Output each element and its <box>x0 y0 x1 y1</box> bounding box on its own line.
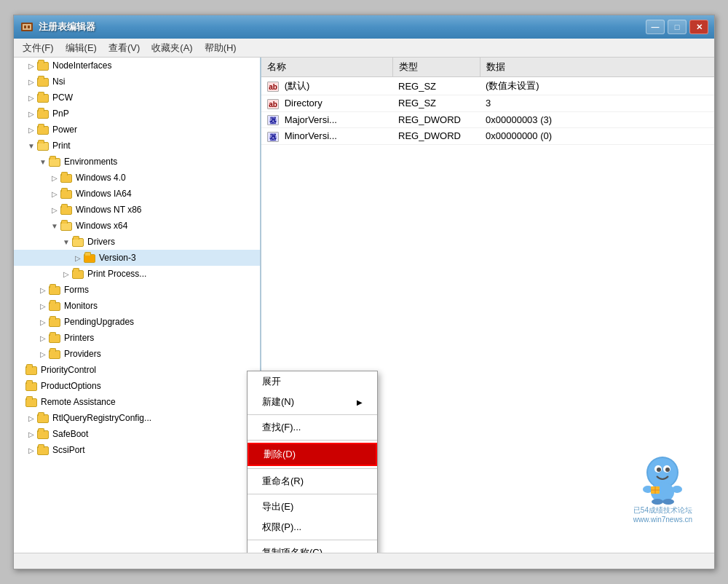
expander-winx64[interactable]: ▼ <box>49 220 60 232</box>
menu-favorites[interactable]: 收藏夹(A) <box>146 39 198 57</box>
folder-icon <box>37 76 50 87</box>
tree-item-scsiport[interactable]: ▷ ScsiPort <box>14 442 260 458</box>
folder-icon <box>72 269 85 279</box>
tree-item-prioritycontrol[interactable]: PriorityControl <box>14 362 260 378</box>
tree-label: ScsiPort <box>52 445 85 455</box>
expander-version3[interactable]: ▷ <box>72 252 84 264</box>
col-header-data[interactable]: 数据 <box>480 58 714 77</box>
tree-item-nsi[interactable]: ▷ Nsi <box>14 74 260 90</box>
context-menu-rename[interactable]: 重命名(R) <box>248 471 377 492</box>
expander-pnp[interactable]: ▷ <box>25 108 37 119</box>
menu-edit[interactable]: 编辑(E) <box>60 39 103 57</box>
expander-power[interactable]: ▷ <box>25 124 37 135</box>
table-row[interactable]: ab (默认) REG_SZ (数值未设置) <box>261 77 714 95</box>
expander-printprocess[interactable]: ▷ <box>60 268 72 280</box>
folder-icon <box>25 397 39 407</box>
close-button[interactable]: ✕ <box>689 20 708 34</box>
expander-print[interactable]: ▼ <box>25 140 37 151</box>
tree-item-winntx86[interactable]: ▷ Windows NT x86 <box>14 202 260 218</box>
tree-item-providers[interactable]: ▷ Providers <box>14 346 260 362</box>
tree-item-nodeinterfaces[interactable]: ▷ NodeInterfaces <box>14 58 260 74</box>
expander-winia64[interactable]: ▷ <box>49 188 60 200</box>
cell-type: REG_DWORD <box>392 128 480 145</box>
folder-icon <box>37 108 50 119</box>
tree-item-version3[interactable]: ▷ Version-3 <box>14 250 260 266</box>
tree-item-drivers[interactable]: ▼ Drivers <box>14 234 260 250</box>
svg-rect-1 <box>23 24 31 30</box>
separator <box>248 414 377 415</box>
context-menu-new[interactable]: 新建(N) ▶ <box>248 392 377 412</box>
window-title: 注册表编辑器 <box>39 20 646 33</box>
col-header-name[interactable]: 名称 <box>261 58 392 77</box>
cell-name: ab Directory <box>261 95 392 112</box>
expander-scsiport[interactable]: ▷ <box>25 444 37 456</box>
context-menu-delete[interactable]: 删除(D) <box>248 443 377 466</box>
tree-item-productoptions[interactable]: ProductOptions <box>14 378 260 394</box>
tree-item-win40[interactable]: ▷ Windows 4.0 <box>14 170 260 186</box>
cell-data: 0x00000003 (3) <box>480 111 714 128</box>
tree-item-environments[interactable]: ▼ Environments <box>14 154 260 170</box>
svg-point-8 <box>657 467 661 472</box>
expander-monitors[interactable]: ▷ <box>37 300 49 312</box>
table-row[interactable]: 器 MajorVersi... REG_DWORD 0x00000003 (3) <box>261 111 714 128</box>
folder-icon <box>60 173 74 183</box>
tree-label: Printers <box>64 333 94 343</box>
expander-environments[interactable]: ▼ <box>37 156 49 167</box>
tree-item-winx64[interactable]: ▼ Windows x64 <box>14 218 260 234</box>
maximize-button[interactable]: □ <box>668 20 687 34</box>
tree-label: RtlQueryRegistryConfig... <box>52 413 151 423</box>
menubar: 文件(F) 编辑(E) 查看(V) 收藏夹(A) 帮助(H) <box>14 39 714 58</box>
tree-item-printers[interactable]: ▷ Printers <box>14 330 260 346</box>
expander-nsi[interactable]: ▷ <box>25 76 37 87</box>
main-content: ▷ NodeInterfaces ▷ Nsi ▷ PCW ▷ <box>14 58 714 553</box>
expander-printers[interactable]: ▷ <box>37 332 49 344</box>
expander-drivers[interactable]: ▼ <box>60 236 72 248</box>
tree-label: Providers <box>64 349 101 359</box>
tree-item-pendingupgrades[interactable]: ▷ PendingUpgrades <box>14 314 260 330</box>
cell-data: 0x00000000 (0) <box>480 128 714 145</box>
context-menu-find[interactable]: 查找(F)... <box>248 417 377 438</box>
tree-item-pcw[interactable]: ▷ PCW <box>14 90 260 106</box>
context-menu-expand[interactable]: 展开 <box>248 371 377 392</box>
tree-item-monitors[interactable]: ▷ Monitors <box>14 298 260 314</box>
tree-item-power[interactable]: ▷ Power <box>14 122 260 138</box>
minimize-button[interactable]: — <box>646 20 665 34</box>
col-header-type[interactable]: 类型 <box>392 58 480 77</box>
tree-label: PendingUpgrades <box>64 317 134 327</box>
tree-item-remoteassistance[interactable]: Remote Assistance <box>14 394 260 410</box>
context-menu-export[interactable]: 导出(E) <box>248 497 377 517</box>
tree-item-safeboot[interactable]: ▷ SafeBoot <box>14 426 260 442</box>
tree-item-winia64[interactable]: ▷ Windows IA64 <box>14 186 260 202</box>
folder-icon <box>49 317 62 327</box>
expander-pendingupgrades[interactable]: ▷ <box>37 316 49 328</box>
expander-rtlquery[interactable]: ▷ <box>25 412 37 424</box>
separator <box>248 494 377 494</box>
folder-icon <box>37 445 50 455</box>
tree-label: PCW <box>52 92 73 103</box>
folder-icon <box>37 60 50 71</box>
context-menu-copy-key[interactable]: 复制项名称(C) <box>248 542 377 553</box>
menu-file[interactable]: 文件(F) <box>17 39 60 57</box>
expander-providers[interactable]: ▷ <box>37 348 49 360</box>
context-menu-permissions[interactable]: 权限(P)... <box>248 517 377 537</box>
tree-item-forms[interactable]: ▷ Forms <box>14 282 260 298</box>
tree-item-print[interactable]: ▼ Print <box>14 138 260 154</box>
tree-item-pnp[interactable]: ▷ PnP <box>14 106 260 122</box>
menu-view[interactable]: 查看(V) <box>103 39 146 57</box>
expander-nodeinterfaces[interactable]: ▷ <box>25 60 37 71</box>
tree-pane[interactable]: ▷ NodeInterfaces ▷ Nsi ▷ PCW ▷ <box>14 58 261 553</box>
tree-item-rtlquery[interactable]: ▷ RtlQueryRegistryConfig... <box>14 410 260 426</box>
reg-sz-icon: ab <box>267 82 279 92</box>
table-row[interactable]: ab Directory REG_SZ 3 <box>261 95 714 112</box>
expander-win40[interactable]: ▷ <box>49 172 60 184</box>
menu-help[interactable]: 帮助(H) <box>199 39 242 57</box>
expander-winntx86[interactable]: ▷ <box>49 204 60 216</box>
folder-icon <box>37 125 50 135</box>
separator <box>248 540 377 540</box>
tree-item-printprocess[interactable]: ▷ Print Process... <box>14 266 260 282</box>
tree-label: Monitors <box>64 301 98 311</box>
expander-safeboot[interactable]: ▷ <box>25 428 37 440</box>
expander-pcw[interactable]: ▷ <box>25 92 37 103</box>
table-row[interactable]: 器 MinorVersi... REG_DWORD 0x00000000 (0) <box>261 128 714 145</box>
expander-forms[interactable]: ▷ <box>37 284 49 296</box>
